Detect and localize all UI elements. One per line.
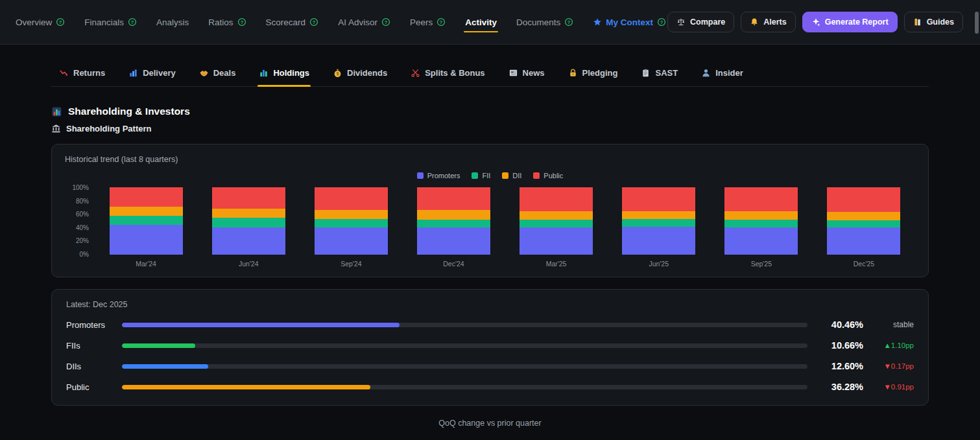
help-icon[interactable]: ? <box>564 17 573 27</box>
action-button-label: Generate Report <box>825 17 889 27</box>
nav-item-ratios[interactable]: Ratios? <box>208 0 246 44</box>
stacked-bar <box>110 187 183 255</box>
bar-segment-promoters <box>417 227 490 255</box>
holding-bar-fill <box>122 385 370 389</box>
legend-item-dii[interactable]: DII <box>502 172 521 179</box>
nav-item-label: Overview <box>16 17 52 27</box>
help-icon[interactable]: ? <box>381 17 390 27</box>
dividends-icon: $ <box>333 68 342 78</box>
legend-label: Promoters <box>427 172 460 179</box>
holding-value: 12.60% <box>807 361 863 371</box>
footnote: QoQ change vs prior quarter <box>51 419 929 428</box>
tab-splits-bonus[interactable]: Splits & Bonus <box>409 61 486 86</box>
holding-bar-track <box>122 385 807 389</box>
stacked-bar <box>622 187 695 255</box>
tab-returns[interactable]: Returns <box>58 61 106 86</box>
nav-item-peers[interactable]: Peers? <box>410 0 446 44</box>
tab-pledging[interactable]: Pledging <box>567 61 619 86</box>
top-navigation: Overview?Financials?AnalysisRatios?Score… <box>0 0 980 45</box>
bar-segment-fii <box>315 219 388 227</box>
help-icon[interactable]: ? <box>657 17 666 27</box>
tab-deals[interactable]: Deals <box>198 61 237 86</box>
historical-trend-card: Historical trend (last 8 quarters) Promo… <box>51 144 929 277</box>
nav-item-analysis[interactable]: Analysis <box>156 0 189 44</box>
bar-segment-fii <box>622 219 695 227</box>
bar-segment-dii <box>520 211 593 220</box>
topnav-actions: CompareAlertsGenerate ReportGuides <box>667 12 963 32</box>
help-icon[interactable]: ? <box>128 17 137 27</box>
books-icon <box>913 17 922 27</box>
compare-button[interactable]: Compare <box>667 12 734 32</box>
nav-item-activity[interactable]: Activity <box>465 0 497 44</box>
nav-item-label: Peers <box>410 17 433 27</box>
splits-icon <box>411 68 420 78</box>
chart-card-title: Historical trend (last 8 quarters) <box>65 155 915 164</box>
alerts-button[interactable]: Alerts <box>741 12 795 32</box>
bar-segment-dii <box>212 209 285 218</box>
nav-item-label: Ratios <box>208 17 233 27</box>
tab-news[interactable]: News <box>507 61 546 86</box>
help-icon[interactable]: ? <box>436 17 446 27</box>
bar-segment-dii <box>417 210 490 220</box>
legend-item-fii[interactable]: FII <box>472 172 490 179</box>
legend-item-public[interactable]: Public <box>533 172 563 179</box>
latest-card-title: Latest: Dec 2025 <box>66 300 914 309</box>
holding-label: Public <box>66 382 122 392</box>
help-icon[interactable]: ? <box>56 17 65 27</box>
guides-button[interactable]: Guides <box>904 12 963 32</box>
bar-group-mar-25: Mar'25 <box>505 187 608 268</box>
insider-icon <box>701 68 711 78</box>
bar-group-dec-25: Dec'25 <box>813 187 915 268</box>
holding-label: Promoters <box>66 320 122 330</box>
chart-legend: PromotersFIIDIIPublic <box>65 172 915 179</box>
legend-item-promoters[interactable]: Promoters <box>417 172 460 179</box>
tab-delivery[interactable]: Delivery <box>127 61 177 86</box>
section-title: Shareholding & Investors <box>51 106 929 117</box>
nav-item-financials[interactable]: Financials? <box>84 0 137 44</box>
action-button-label: Alerts <box>763 17 786 27</box>
nav-item-ai-advisor[interactable]: AI Advisor? <box>338 0 390 44</box>
tab-holdings[interactable]: Holdings <box>257 61 311 86</box>
bar-segment-public <box>417 187 490 210</box>
scrollbar-thumb[interactable] <box>975 12 979 34</box>
y-axis-tick-label: 100% <box>72 184 89 191</box>
svg-text:?: ? <box>385 19 388 25</box>
generate-report-button[interactable]: Generate Report <box>802 12 898 32</box>
tab-label: Insider <box>715 68 743 78</box>
nav-item-scorecard[interactable]: Scorecard? <box>266 0 319 44</box>
holding-value: 36.28% <box>807 382 863 392</box>
x-axis-label: Dec'25 <box>854 260 874 268</box>
bar-segment-public <box>212 187 285 209</box>
holding-row-diis: DIIs12.60%▼0.17pp <box>66 361 914 371</box>
y-axis-tick-label: 60% <box>76 211 89 218</box>
x-axis-label: Jun'25 <box>649 260 669 268</box>
y-axis-tick-label: 20% <box>76 237 89 244</box>
tab-sast[interactable]: SAST <box>639 61 679 86</box>
holding-label: DIIs <box>66 362 122 371</box>
svg-text:?: ? <box>240 19 243 25</box>
holding-change: ▼0.17pp <box>863 362 914 370</box>
legend-swatch <box>472 172 478 179</box>
y-axis-tick-label: 80% <box>76 198 89 205</box>
holding-bar-track <box>122 323 807 327</box>
bar-group-mar-24: Mar'24 <box>95 187 197 268</box>
x-axis-label: Mar'24 <box>136 260 156 268</box>
latest-rows: Promoters40.46%stableFIIs10.66%▲1.10ppDI… <box>66 319 914 392</box>
help-icon[interactable]: ? <box>309 17 318 27</box>
action-button-label: Guides <box>927 17 954 27</box>
x-axis-label: Mar'25 <box>546 260 567 268</box>
legend-swatch <box>533 172 540 179</box>
bar-segment-public <box>724 187 798 211</box>
svg-text:?: ? <box>131 19 134 25</box>
nav-item-label: Activity <box>465 17 497 27</box>
tab-dividends[interactable]: $Dividends <box>331 61 388 86</box>
tab-insider[interactable]: Insider <box>700 61 745 86</box>
nav-item-overview[interactable]: Overview? <box>16 0 65 44</box>
bar-segment-promoters <box>110 225 183 255</box>
bar-segment-public <box>110 187 183 207</box>
help-icon[interactable]: ? <box>237 17 246 27</box>
nav-item-my-context[interactable]: My Context? <box>593 0 666 44</box>
legend-label: Public <box>544 172 563 179</box>
nav-item-documents[interactable]: Documents? <box>516 0 573 44</box>
section-subtitle: Shareholding Pattern <box>51 124 929 133</box>
